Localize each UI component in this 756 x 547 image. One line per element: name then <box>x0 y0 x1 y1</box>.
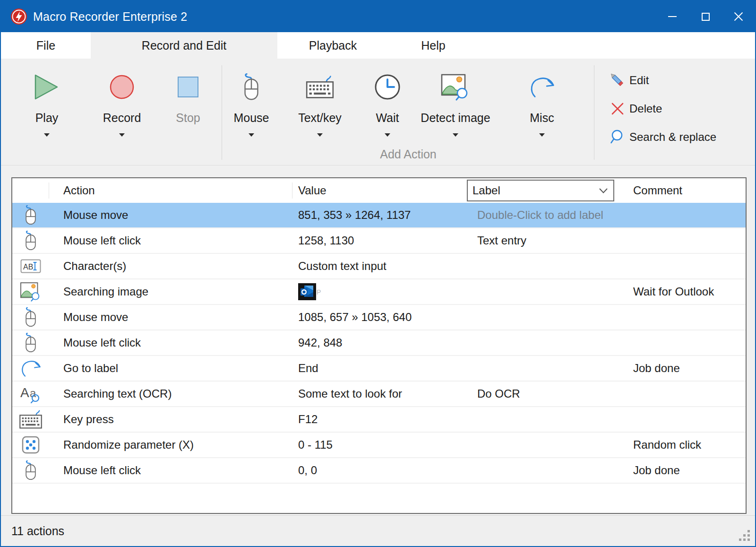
table-row[interactable]: Mouse move1085, 657 » 1053, 640 <box>12 305 746 330</box>
play-icon <box>34 70 60 104</box>
label-cell[interactable] <box>466 279 616 304</box>
table-row[interactable]: Mouse left click1258, 1130Text entry <box>12 228 746 254</box>
misc-button[interactable]: Misc <box>511 70 573 137</box>
value-cell: 1258, 1130 <box>292 228 466 253</box>
table-row[interactable]: Randomize parameter (X)0 - 115Random cli… <box>12 433 746 458</box>
tab-record-and-edit[interactable]: Record and Edit <box>91 32 277 59</box>
column-header-label: Label <box>466 178 616 203</box>
label-cell[interactable]: Do OCR <box>466 382 616 406</box>
goto-arrow-icon <box>528 70 556 104</box>
mouse-icon <box>12 203 49 227</box>
table-row[interactable]: ABCharacter(s)Custom text input <box>12 254 746 279</box>
close-icon <box>734 12 743 21</box>
column-header-icon <box>12 178 49 203</box>
stop-icon <box>177 70 199 104</box>
value-cell: 851, 353 » 1264, 1137 <box>292 203 466 227</box>
tab-file[interactable]: File <box>1 32 91 59</box>
stop-button[interactable]: Stop <box>162 70 214 137</box>
dice-icon <box>12 433 49 457</box>
resize-grip[interactable] <box>738 529 750 541</box>
magnifier-icon <box>610 129 626 145</box>
column-header-action[interactable]: Action <box>49 178 292 203</box>
label-cell[interactable] <box>466 458 616 483</box>
minimize-icon <box>668 16 677 17</box>
chevron-down-icon <box>599 188 608 193</box>
tab-playback[interactable]: Playback <box>277 32 388 59</box>
label-cell[interactable] <box>466 356 616 381</box>
delete-button[interactable]: Delete <box>610 99 662 118</box>
table-row[interactable]: Mouse move851, 353 » 1264, 1137Double-Cl… <box>12 203 746 228</box>
svg-text:AB: AB <box>23 263 33 271</box>
table-row[interactable]: Key pressF12 <box>12 407 746 433</box>
outlook-image-thumbnail: P <box>298 283 321 300</box>
label-filter-value: Label <box>472 184 500 197</box>
title-bar: Macro Recorder Enterprise 2 <box>1 1 755 32</box>
clock-icon <box>374 70 401 104</box>
label-cell[interactable] <box>466 305 616 330</box>
action-cell: Mouse left click <box>49 330 292 355</box>
dropdown-arrow-icon[interactable] <box>317 133 323 137</box>
value-cell: 1085, 657 » 1053, 640 <box>292 305 466 330</box>
action-table: Action Value Label Comment Mouse move851… <box>11 177 747 514</box>
record-button[interactable]: Record <box>96 70 148 137</box>
table-row[interactable]: Searching imagePWait for Outlook <box>12 279 746 305</box>
minimize-button[interactable] <box>656 1 689 32</box>
detect-image-button[interactable]: Detect image <box>420 70 491 137</box>
dropdown-arrow-icon[interactable] <box>385 133 390 137</box>
label-cell[interactable]: Text entry <box>466 228 616 253</box>
record-icon <box>109 70 135 104</box>
comment-cell: Random click <box>616 433 746 457</box>
app-logo-icon <box>10 8 27 25</box>
status-bar: 11 actions <box>1 515 755 546</box>
text-key-button[interactable]: Text/key <box>288 70 352 137</box>
table-row[interactable]: Go to labelEndJob done <box>12 356 746 382</box>
label-cell[interactable] <box>466 254 616 278</box>
ribbon-toolbar: Add Action PlayRecordStopMouseText/keyWa… <box>1 59 755 165</box>
wait-button[interactable]: Wait <box>357 70 418 137</box>
label-filter-dropdown[interactable]: Label <box>467 180 614 201</box>
dropdown-arrow-icon[interactable] <box>453 133 458 137</box>
label-cell[interactable] <box>466 433 616 457</box>
value-cell: End <box>292 356 466 381</box>
dropdown-arrow-icon[interactable] <box>119 133 125 137</box>
app-window: Macro Recorder Enterprise 2 FileRecord a… <box>0 0 756 547</box>
table-row[interactable]: AaSearching text (OCR)Some text to look … <box>12 382 746 407</box>
close-button[interactable] <box>722 1 755 32</box>
tab-bar: FileRecord and EditPlaybackHelp <box>1 32 755 59</box>
label-cell[interactable] <box>466 330 616 355</box>
comment-cell: Job done <box>616 356 746 381</box>
dropdown-arrow-icon[interactable] <box>249 133 254 137</box>
maximize-button[interactable] <box>689 1 722 32</box>
value-cell: P <box>292 279 466 304</box>
action-table-body: Mouse move851, 353 » 1264, 1137Double-Cl… <box>12 203 746 484</box>
mouse-icon <box>12 305 49 330</box>
label-cell[interactable]: Double-Click to add label <box>466 203 616 227</box>
comment-cell <box>616 382 746 406</box>
action-cell: Key press <box>49 407 292 432</box>
column-header-value[interactable]: Value <box>292 178 466 203</box>
window-controls <box>656 1 755 32</box>
edit-button[interactable]: Edit <box>610 71 649 90</box>
action-cell: Mouse move <box>49 305 292 330</box>
table-row[interactable]: Mouse left click942, 848 <box>12 330 746 356</box>
action-cell: Go to label <box>49 356 292 381</box>
svg-text:A: A <box>20 385 29 400</box>
play-button[interactable]: Play <box>21 70 73 137</box>
goto-arrow-icon <box>12 356 49 381</box>
table-row[interactable]: Mouse left click0, 0Job done <box>12 458 746 484</box>
column-header-comment[interactable]: Comment <box>616 178 746 203</box>
pencil-icon <box>610 72 626 88</box>
dropdown-arrow-icon[interactable] <box>44 133 50 137</box>
window-title: Macro Recorder Enterprise 2 <box>33 10 187 24</box>
comment-cell <box>616 228 746 253</box>
mouse-button[interactable]: Mouse <box>221 70 282 137</box>
action-count: 11 actions <box>11 524 64 538</box>
search-replace-button[interactable]: Search & replace <box>610 128 716 147</box>
value-cell: 942, 848 <box>292 330 466 355</box>
tab-help[interactable]: Help <box>388 32 478 59</box>
characters-icon: AB <box>12 254 49 278</box>
table-header-row: Action Value Label Comment <box>12 178 746 203</box>
dropdown-arrow-icon[interactable] <box>539 133 545 137</box>
text-ocr-icon: Aa <box>12 382 49 406</box>
label-cell[interactable] <box>466 407 616 432</box>
